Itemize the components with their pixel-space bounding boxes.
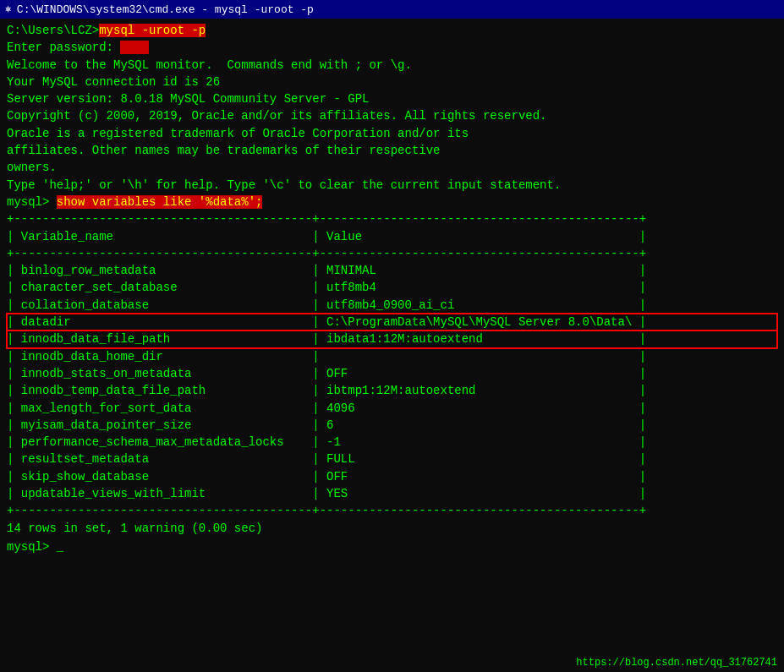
table-row: | innodb_data_home_dir | | [7, 348, 777, 365]
table-row: | performance_schema_max_metadata_locks … [7, 434, 777, 451]
table-row: | max_length_for_sort_data | 4096 | [7, 400, 777, 417]
terminal-line: Enter password: **** [7, 39, 777, 56]
table-line: +---------------------------------------… [7, 245, 777, 262]
terminal-line: mysql> show variables like '%data%'; [7, 194, 777, 210]
table-row: | datadir | C:\ProgramData\MySQL\MySQL S… [7, 314, 777, 331]
terminal-line: owners. [7, 159, 777, 176]
terminal-line: Your MySQL connection id is 26 [7, 74, 777, 90]
url-bar: https://blog.csdn.net/qq_31762741 [576, 657, 777, 669]
table-row: | innodb_data_file_path | ibdata1:12M:au… [7, 331, 777, 347]
terminal-line: C:\Users\LCZ>mysql -uroot -p [7, 22, 777, 39]
table-row: | character_set_database | utf8mb4 | [7, 279, 777, 296]
terminal-line: Copyright (c) 2000, 2019, Oracle and/or … [7, 107, 777, 124]
table-row: | innodb_stats_on_metadata | OFF | [7, 365, 777, 382]
title-icon: ⎈ [5, 3, 12, 16]
terminal: C:\Users\LCZ>mysql -uroot -pEnter passwo… [0, 19, 784, 672]
table-row: | binlog_row_metadata | MINIMAL | [7, 262, 777, 279]
table-row: | innodb_temp_data_file_path | ibtmp1:12… [7, 382, 777, 399]
table-row: | skip_show_database | OFF | [7, 468, 777, 485]
table-line: +---------------------------------------… [7, 502, 777, 519]
terminal-line: Server version: 8.0.18 MySQL Community S… [7, 90, 777, 107]
table-line: | Variable_name | Value | [7, 228, 777, 245]
terminal-lines: C:\Users\LCZ>mysql -uroot -pEnter passwo… [7, 22, 777, 555]
title-text: C:\WINDOWS\system32\cmd.exe - mysql -uro… [17, 3, 314, 16]
table-row: | resultset_metadata | FULL | [7, 451, 777, 467]
terminal-line: Oracle is a registered trademark of Orac… [7, 125, 777, 142]
table-line: +---------------------------------------… [7, 210, 777, 227]
table-rows: | binlog_row_metadata | MINIMAL || chara… [7, 262, 777, 502]
query-result-table: +---------------------------------------… [7, 210, 777, 537]
table-footer: 14 rows in set, 1 warning (0.00 sec) [7, 520, 777, 537]
terminal-line: Type 'help;' or '\h' for help. Type '\c'… [7, 177, 777, 194]
table-row: | myisam_data_pointer_size | 6 | [7, 417, 777, 434]
terminal-line: affiliates. Other names may be trademark… [7, 142, 777, 159]
terminal-line: Welcome to the MySQL monitor. Commands e… [7, 57, 777, 74]
terminal-content: C:\Users\LCZ>mysql -uroot -pEnter passwo… [7, 22, 777, 555]
title-bar: ⎈ C:\WINDOWS\system32\cmd.exe - mysql -u… [0, 0, 784, 19]
table-row: | collation_database | utf8mb4_0900_ai_c… [7, 297, 777, 314]
table-row: | updatable_views_with_limit | YES | [7, 485, 777, 502]
final-prompt: mysql> _ [7, 538, 777, 555]
